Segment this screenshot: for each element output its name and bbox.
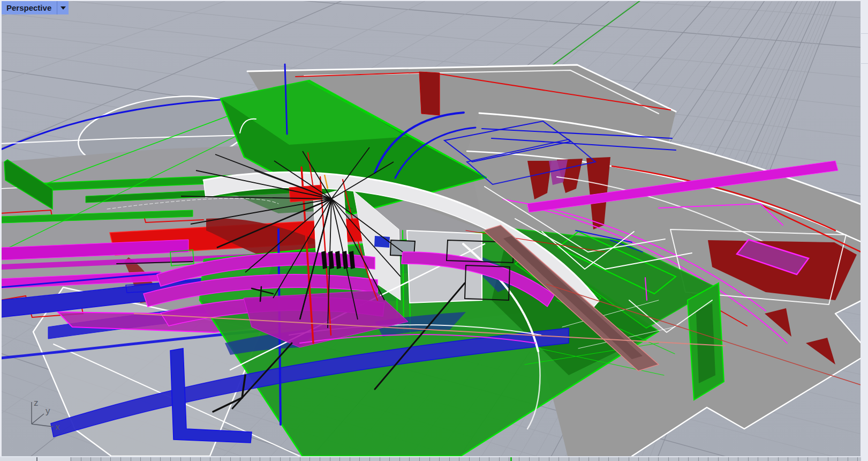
viewport-tab[interactable]: Perspective — [2, 1, 69, 14]
gizmo-y-label: y — [46, 406, 50, 416]
gizmo-x-label: x — [55, 422, 60, 432]
viewport-tab-label[interactable]: Perspective — [2, 1, 57, 14]
chevron-down-icon — [61, 6, 66, 10]
perspective-viewport-canvas[interactable]: z y x — [2, 1, 861, 456]
bottom-bar-sliver[interactable] — [0, 457, 868, 461]
right-panel-sliver — [861, 0, 868, 461]
viewport-menu-button[interactable] — [57, 1, 69, 14]
bottom-bar-lead-section — [0, 457, 70, 461]
gizmo-z-label: z — [34, 398, 39, 408]
rhino-window: z y x Perspective — [0, 0, 868, 461]
